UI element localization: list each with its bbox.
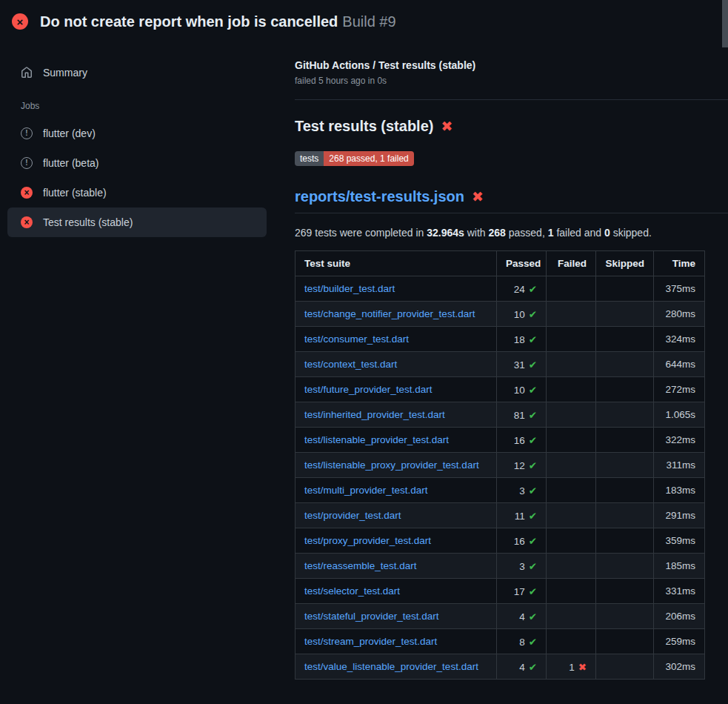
suite-cell: test/stream_provider_test.dart — [295, 629, 497, 654]
table-row: test/stream_provider_test.dart8✔259ms — [295, 629, 705, 654]
suite-link[interactable]: test/reassemble_test.dart — [304, 560, 417, 571]
summary-label: Summary — [43, 67, 87, 79]
tests-badge: tests 268 passed, 1 failed — [295, 151, 414, 166]
suite-link[interactable]: test/builder_test.dart — [304, 283, 395, 294]
time-cell: 331ms — [654, 579, 705, 604]
count-value: 17 — [514, 586, 525, 597]
alert-circle-icon: ! — [21, 127, 33, 139]
results-table: Test suitePassedFailedSkippedTime test/b… — [295, 250, 705, 680]
sidebar-job-item[interactable]: ! flutter (beta) — [7, 148, 267, 178]
count-value: 10 — [514, 385, 525, 396]
time-cell: 322ms — [654, 428, 705, 453]
failed-cell — [547, 478, 596, 503]
time-cell: 185ms — [654, 554, 705, 579]
report-link[interactable]: reports/test-results.json — [295, 188, 464, 205]
scrollbar[interactable] — [722, 0, 728, 704]
failed-cell — [547, 579, 596, 604]
sidebar-job-item[interactable]: × Test results (stable) — [7, 207, 267, 237]
page-layout: Summary Jobs ! flutter (dev) ! flutter (… — [0, 43, 728, 680]
count-value: 3 — [519, 561, 525, 572]
suite-cell: test/builder_test.dart — [295, 276, 497, 302]
failed-cell: 1✖ — [547, 654, 596, 680]
suite-link[interactable]: test/change_notifier_provider_test.dart — [304, 308, 475, 319]
suite-link[interactable]: test/multi_provider_test.dart — [304, 485, 428, 496]
count-value: 4 — [519, 662, 525, 673]
suite-link[interactable]: test/context_test.dart — [304, 359, 397, 370]
failed-cell — [547, 604, 596, 629]
home-icon — [21, 67, 33, 79]
suite-cell: test/value_listenable_provider_test.dart — [295, 654, 497, 680]
x-icon: ✖ — [441, 119, 453, 133]
suite-link[interactable]: test/value_listenable_provider_test.dart — [304, 661, 478, 672]
results-table-head: Test suitePassedFailedSkippedTime — [295, 251, 705, 276]
column-header-failed: Failed — [547, 251, 596, 276]
failed-cell — [547, 554, 596, 579]
summary-stat: 32.964s — [427, 227, 464, 239]
suite-link[interactable]: test/future_provider_test.dart — [304, 384, 433, 395]
suite-cell: test/listenable_proxy_provider_test.dart — [295, 453, 497, 478]
failed-cell — [547, 352, 596, 377]
skipped-cell — [596, 604, 654, 629]
suite-link[interactable]: test/stream_provider_test.dart — [304, 636, 437, 647]
passed-cell: 16✔ — [497, 528, 547, 554]
column-header-skipped: Skipped — [596, 251, 654, 276]
suite-link[interactable]: test/listenable_provider_test.dart — [304, 434, 449, 445]
section-title: Test results (stable) ✖ — [295, 118, 728, 135]
summary-stat: 0 — [604, 227, 610, 239]
build-number: Build #9 — [342, 13, 395, 30]
summary-stat: 1 — [548, 227, 554, 239]
passed-cell: 12✔ — [497, 453, 547, 478]
suite-link[interactable]: test/inherited_provider_test.dart — [304, 409, 445, 420]
check-icon: ✔ — [529, 435, 537, 446]
suite-link[interactable]: test/provider_test.dart — [304, 510, 401, 521]
sidebar-job-item[interactable]: ! flutter (dev) — [7, 119, 267, 148]
run-title: Do not create report when job is cancell… — [40, 13, 396, 30]
failed-cell — [547, 327, 596, 352]
time-cell: 359ms — [654, 528, 705, 554]
suite-link[interactable]: test/listenable_proxy_provider_test.dart — [304, 459, 479, 471]
time-cell: 272ms — [654, 377, 705, 402]
skipped-cell — [596, 629, 654, 654]
table-row: test/value_listenable_provider_test.dart… — [295, 654, 705, 680]
suite-link[interactable]: test/stateful_provider_test.dart — [304, 611, 439, 622]
skipped-cell — [596, 453, 654, 478]
check-icon: ✔ — [529, 511, 537, 522]
table-row: test/listenable_provider_test.dart16✔322… — [295, 428, 705, 453]
failed-cell — [547, 428, 596, 453]
suite-cell: test/inherited_provider_test.dart — [295, 402, 497, 428]
time-cell: 1.065s — [654, 402, 705, 428]
passed-cell: 24✔ — [497, 276, 547, 302]
check-icon: ✔ — [529, 662, 537, 673]
count-value: 18 — [514, 334, 525, 345]
passed-cell: 10✔ — [497, 377, 547, 402]
summary-text: skipped. — [610, 227, 652, 239]
table-row: test/stateful_provider_test.dart4✔206ms — [295, 604, 705, 629]
suite-cell: test/consumer_test.dart — [295, 327, 497, 352]
suite-cell: test/selector_test.dart — [295, 579, 497, 604]
suite-cell: test/future_provider_test.dart — [295, 377, 497, 402]
sidebar-job-item[interactable]: × flutter (stable) — [7, 178, 267, 207]
x-icon: ✖ — [472, 190, 484, 204]
skipped-cell — [596, 377, 654, 402]
failed-cell — [547, 302, 596, 327]
check-icon: ✔ — [529, 385, 537, 396]
summary-stat: 268 — [489, 227, 506, 239]
check-icon: ✔ — [529, 611, 537, 622]
results-table-body: test/builder_test.dart24✔375mstest/chang… — [295, 276, 705, 680]
scrollbar-thumb[interactable] — [722, 0, 728, 47]
job-label: flutter (beta) — [43, 157, 98, 169]
check-icon: ✔ — [529, 460, 537, 471]
failed-cell — [547, 528, 596, 554]
sidebar-item-summary[interactable]: Summary — [7, 58, 267, 87]
count-value: 11 — [515, 511, 525, 522]
section-title-text: Test results (stable) — [295, 118, 433, 135]
check-icon: ✔ — [529, 485, 537, 497]
suite-link[interactable]: test/selector_test.dart — [304, 585, 400, 597]
count-value: 16 — [514, 435, 525, 446]
passed-cell: 31✔ — [497, 352, 547, 377]
suite-link[interactable]: test/consumer_test.dart — [304, 333, 409, 345]
table-row: test/multi_provider_test.dart3✔183ms — [295, 478, 705, 503]
suite-link[interactable]: test/proxy_provider_test.dart — [304, 535, 431, 546]
suite-cell: test/change_notifier_provider_test.dart — [295, 302, 497, 327]
skipped-cell — [596, 554, 654, 579]
